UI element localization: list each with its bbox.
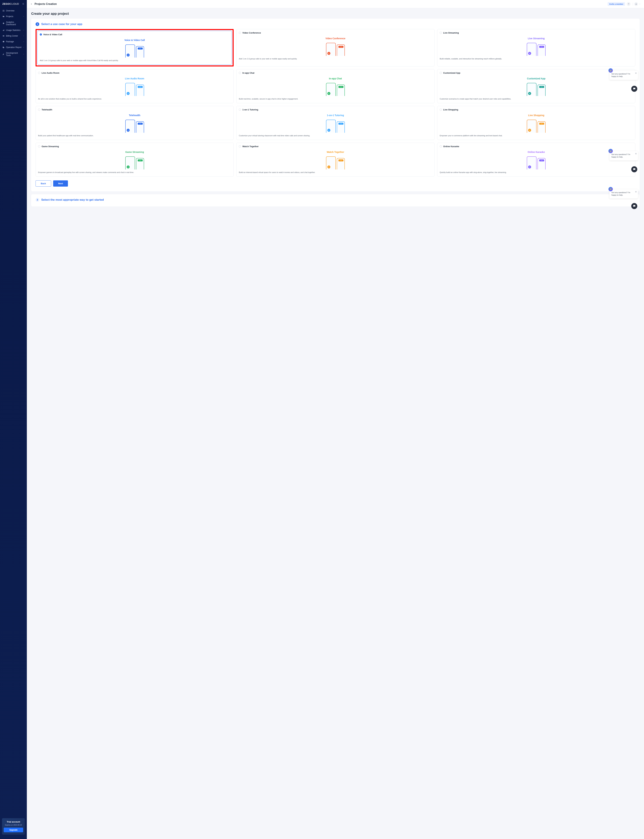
trial-card: Trial account Expires on 2023-08-23 Upgr… bbox=[2, 818, 25, 835]
usecase-description: Build your patient-first healthcare app … bbox=[38, 135, 231, 137]
radio-icon bbox=[440, 109, 442, 111]
radio-icon bbox=[38, 109, 40, 111]
usecase-illustration: Customized App●ııııı bbox=[440, 76, 633, 96]
chevron-down-icon bbox=[23, 35, 25, 37]
svg-rect-3 bbox=[4, 11, 4, 12]
chat-close-icon[interactable]: ✕ bbox=[635, 190, 637, 194]
chat-close-icon[interactable]: ✕ bbox=[635, 152, 637, 156]
sidebar-item-package[interactable]: Package bbox=[0, 39, 27, 44]
upgrade-button[interactable]: Upgrade bbox=[4, 827, 23, 832]
usecase-illustration: Live Audio Room●ııııı bbox=[38, 76, 231, 96]
svg-rect-0 bbox=[3, 10, 3, 11]
chat-popup-1: 🤖 ✕ Got any questions? I'm happy to help… bbox=[610, 71, 638, 80]
usecase-name: Watch Together bbox=[242, 145, 259, 148]
svg-point-9 bbox=[636, 3, 636, 4]
nav-label: Projects bbox=[6, 15, 23, 18]
chart-icon bbox=[2, 29, 5, 31]
usecase-name: Voice & Video Call bbox=[43, 33, 62, 36]
usecase-description: Build real-time, scalable, secure in-app… bbox=[239, 98, 432, 100]
svg-rect-5 bbox=[3, 30, 4, 31]
sidebar-item-operation-report[interactable]: Operation Report bbox=[0, 44, 27, 50]
usecase-card-live-streaming[interactable]: Live StreamingLive Streaming●ıııııBuild … bbox=[437, 29, 635, 66]
illus-title: Game Streaming bbox=[125, 151, 144, 153]
nav-label: Development Tools bbox=[6, 52, 23, 56]
back-button[interactable] bbox=[30, 3, 33, 5]
usecase-name: Live Audio Room bbox=[41, 72, 59, 74]
sidebar-item-usage-statistics[interactable]: Usage Statistics bbox=[0, 27, 27, 33]
usecase-illustration: Live Shopping●ııııı bbox=[440, 113, 633, 133]
usecase-card-video-conference[interactable]: Video ConferenceVideo Conference●ıııııAd… bbox=[236, 29, 434, 66]
illus-title: Watch Together bbox=[327, 151, 344, 153]
user-menu[interactable] bbox=[634, 2, 641, 6]
invite-member-button[interactable]: Invite a member bbox=[608, 2, 625, 6]
card-icon bbox=[2, 35, 5, 37]
usecase-card-online-karaoke[interactable]: Online KaraokeOnline Karaoke●ıııııQuickl… bbox=[437, 143, 635, 177]
chat-fab-3[interactable] bbox=[631, 203, 637, 209]
step-1-panel: 1 Select a use case for your app Voice &… bbox=[31, 19, 640, 191]
nav-label: Operation Report bbox=[6, 46, 23, 48]
usecase-description: Empower your e-commerce platform with li… bbox=[440, 135, 633, 137]
step-2-title: Select the most appropriate way to get s… bbox=[41, 198, 104, 202]
sidebar-item-overview[interactable]: Overview bbox=[0, 8, 27, 13]
next-step-button[interactable]: Next bbox=[53, 180, 68, 187]
usecase-card-telehealth[interactable]: TelehealthTelehealth●ıııııBuild your pat… bbox=[36, 106, 233, 140]
radio-icon bbox=[38, 72, 40, 74]
chevron-down-icon bbox=[23, 46, 25, 48]
chevron-down-icon bbox=[639, 3, 641, 5]
chat-message: Got any questions? I'm happy to help. bbox=[611, 153, 630, 158]
nav-label: Usage Statistics bbox=[6, 29, 23, 31]
chat-popup-2: 🤖 ✕ Got any questions? I'm happy to help… bbox=[610, 151, 638, 160]
usecase-name: Live Shopping bbox=[443, 109, 458, 111]
usecase-description: Quickly build an online Karaoke app with… bbox=[440, 171, 633, 174]
sidebar-item-development-tools[interactable]: Development Tools bbox=[0, 50, 27, 58]
sidebar: ZEGOCLOUD OverviewProjectsAnalytics Dash… bbox=[0, 0, 27, 839]
usecase-card-watch-together[interactable]: Watch TogetherWatch Together●ıııııBuild … bbox=[236, 143, 434, 177]
chevron-down-icon bbox=[23, 53, 25, 55]
header-title: Projects Creation bbox=[34, 3, 608, 5]
usecase-description: An all-in-one solution that enables you … bbox=[38, 98, 231, 100]
chat-fab-2[interactable] bbox=[631, 166, 637, 172]
radio-icon bbox=[38, 145, 40, 148]
back-step-button[interactable]: Back bbox=[36, 180, 51, 187]
usecase-name: 1-on-1 Tutoring bbox=[242, 109, 258, 111]
chevron-down-icon bbox=[23, 30, 25, 31]
sidebar-item-billing-center[interactable]: Billing Center bbox=[0, 33, 27, 39]
chat-avatar-icon: 🤖 bbox=[608, 187, 613, 191]
page-title: Create your app project bbox=[31, 12, 640, 16]
radio-icon bbox=[239, 109, 241, 111]
usecase-card-live-audio-room[interactable]: Live Audio RoomLive Audio Room●ıııııAn a… bbox=[36, 69, 233, 103]
svg-rect-8 bbox=[3, 36, 4, 36]
usecase-card-game-streaming[interactable]: Game StreamingGame Streaming●ıııııEmpowe… bbox=[36, 143, 233, 177]
illus-title: Live Streaming bbox=[528, 37, 545, 40]
sidebar-item-analytics-dashboard[interactable]: Analytics Dashboard bbox=[0, 19, 27, 27]
header: Projects Creation Invite a member ? bbox=[27, 0, 644, 8]
chat-fab-1[interactable] bbox=[631, 86, 637, 92]
illus-title: Online Karaoke bbox=[527, 151, 545, 153]
chat-close-icon[interactable]: ✕ bbox=[635, 72, 637, 75]
pie-icon bbox=[2, 46, 5, 48]
wrench-icon bbox=[2, 53, 5, 55]
chat-message: Got any questions? I'm happy to help. bbox=[611, 191, 630, 196]
usecase-illustration: Video Conference●ııııı bbox=[239, 36, 432, 56]
usecase-card-in-app-chat[interactable]: In-app ChatIn-app Chat●ıııııBuild real-t… bbox=[236, 69, 434, 103]
collapse-sidebar-icon[interactable] bbox=[22, 3, 25, 5]
help-icon[interactable]: ? bbox=[627, 2, 631, 6]
usecase-name: Telehealth bbox=[41, 109, 52, 111]
radio-icon bbox=[440, 32, 442, 34]
usecase-card-voice-video-call[interactable]: Voice & Video CallVoice & Video Call●ııı… bbox=[37, 31, 232, 65]
folder-icon bbox=[2, 15, 5, 18]
diamond-icon bbox=[2, 22, 5, 25]
usecase-name: Customized App bbox=[443, 72, 460, 74]
sidebar-item-projects[interactable]: Projects bbox=[0, 13, 27, 19]
usecase-card-1on1-tutoring[interactable]: 1-on-1 Tutoring1-on-1 Tutoring●ıııııCust… bbox=[236, 106, 434, 140]
usecase-description: Customize scenarios to create apps that … bbox=[440, 98, 633, 100]
step-1-number: 1 bbox=[36, 22, 39, 26]
usecase-card-customized-app[interactable]: Customized AppCustomized App●ıııııCustom… bbox=[437, 69, 635, 103]
radio-icon bbox=[40, 33, 42, 36]
avatar-icon bbox=[634, 2, 638, 6]
usecase-illustration: Game Streaming●ııııı bbox=[38, 149, 231, 169]
illus-title: Customized App bbox=[527, 77, 545, 80]
usecase-card-live-shopping[interactable]: Live ShoppingLive Shopping●ıııııEmpower … bbox=[437, 106, 635, 140]
illus-title: 1-on-1 Tutoring bbox=[327, 114, 344, 117]
step-2-panel: 2 Select the most appropriate way to get… bbox=[31, 194, 640, 206]
